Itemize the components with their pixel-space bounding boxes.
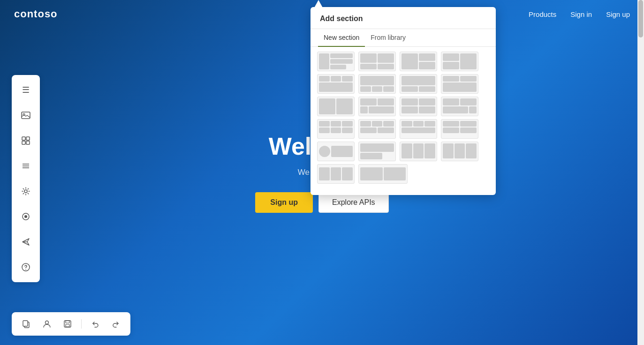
copy-toolbar-icon[interactable] <box>19 317 33 331</box>
layout-row-4 <box>317 119 489 139</box>
popup-connector <box>314 0 323 8</box>
undo-toolbar-icon[interactable] <box>88 317 102 331</box>
user-toolbar-icon[interactable] <box>40 317 54 331</box>
layout-item[interactable] <box>317 97 355 116</box>
layout-item[interactable] <box>317 119 355 139</box>
tab-new-section[interactable]: New section <box>318 29 365 47</box>
layout-row-1 <box>317 52 489 71</box>
bottom-toolbar <box>12 312 130 336</box>
svg-rect-3 <box>26 137 30 140</box>
help-icon[interactable] <box>17 259 34 276</box>
layout-item[interactable] <box>400 52 437 71</box>
layout-item[interactable] <box>317 74 355 94</box>
svg-rect-2 <box>22 137 25 140</box>
scrollbar[interactable] <box>637 0 644 345</box>
layout-item[interactable] <box>400 119 437 139</box>
layout-item[interactable] <box>400 74 437 94</box>
toolbar-divider <box>81 319 82 329</box>
layout-row-6 <box>317 164 489 184</box>
sidebar: ☰ <box>12 75 40 282</box>
send-icon[interactable] <box>17 233 34 250</box>
popup-title: Add section <box>311 7 496 29</box>
nav-products[interactable]: Products <box>529 10 556 18</box>
layout-row-2 <box>317 74 489 94</box>
nav-signup[interactable]: Sign up <box>606 10 630 18</box>
layout-item[interactable] <box>317 164 355 184</box>
button-group: Sign up Explore APIs <box>255 192 388 213</box>
add-section-popup: Add section New section From library <box>311 7 496 195</box>
layout-row-5 <box>317 142 489 161</box>
layout-item[interactable] <box>317 52 355 71</box>
logo: contoso <box>14 8 58 20</box>
layout-row-3 <box>317 97 489 116</box>
settings-icon[interactable] <box>17 183 34 200</box>
svg-point-9 <box>24 190 27 193</box>
paint-icon[interactable] <box>17 208 34 225</box>
layout-item[interactable] <box>358 52 396 71</box>
image-icon[interactable] <box>17 107 34 124</box>
layout-item[interactable] <box>441 74 478 94</box>
signup-button[interactable]: Sign up <box>255 192 313 213</box>
popup-tabs: New section From library <box>311 29 496 47</box>
explore-button[interactable]: Explore APIs <box>318 192 389 213</box>
layout-item[interactable] <box>358 74 396 94</box>
svg-rect-4 <box>22 141 25 144</box>
svg-rect-5 <box>26 141 30 144</box>
svg-rect-20 <box>66 324 69 327</box>
scrollbar-thumb[interactable] <box>638 0 643 38</box>
layout-item[interactable] <box>441 52 478 71</box>
layout-item[interactable] <box>441 119 478 139</box>
layout-item[interactable] <box>317 142 355 161</box>
tab-from-library[interactable]: From library <box>365 29 411 47</box>
list-icon[interactable] <box>17 158 34 174</box>
layout-item[interactable] <box>358 164 408 184</box>
svg-point-11 <box>24 215 27 218</box>
svg-rect-18 <box>64 321 71 327</box>
layout-item[interactable] <box>400 97 437 116</box>
layout-item[interactable] <box>358 119 396 139</box>
layout-item[interactable] <box>400 142 437 161</box>
layout-item[interactable] <box>358 142 396 161</box>
svg-rect-0 <box>22 112 30 119</box>
redo-toolbar-icon[interactable] <box>109 317 123 331</box>
nav-links: Products Sign in Sign up <box>529 10 630 18</box>
layout-item[interactable] <box>441 97 478 116</box>
layout-item[interactable] <box>441 142 478 161</box>
svg-rect-16 <box>23 321 28 326</box>
layout-grid <box>311 47 496 188</box>
svg-rect-19 <box>66 321 69 323</box>
hamburger-icon[interactable]: ☰ <box>17 82 34 98</box>
grid-icon[interactable] <box>17 132 34 149</box>
svg-point-17 <box>45 321 49 324</box>
svg-point-14 <box>25 269 26 270</box>
layout-item[interactable] <box>358 97 396 116</box>
nav-signin[interactable]: Sign in <box>570 10 592 18</box>
svg-marker-21 <box>314 0 323 8</box>
save-toolbar-icon[interactable] <box>61 317 75 331</box>
